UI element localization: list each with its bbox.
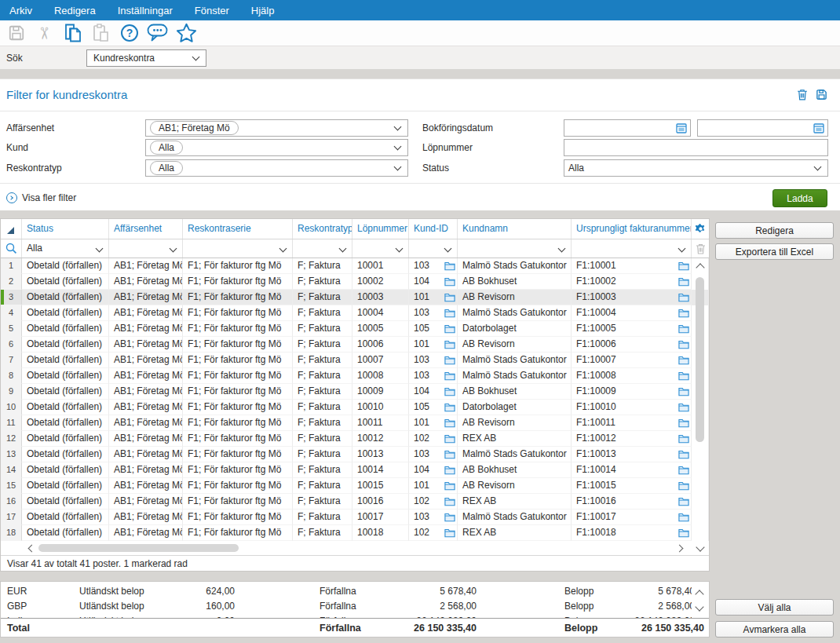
folder-icon[interactable] <box>444 480 455 491</box>
calendar-icon[interactable] <box>676 122 687 133</box>
horizontal-scrollbar-thumb[interactable] <box>38 544 239 552</box>
filter-kundnamn-select[interactable] <box>458 239 572 258</box>
menu-hjalp[interactable]: Hjälp <box>251 5 275 16</box>
table-row[interactable]: 10Obetald (förfallen)AB1; Företag MöF1; … <box>1 400 709 415</box>
scroll-up-icon[interactable] <box>696 263 704 272</box>
folder-icon[interactable] <box>678 261 689 271</box>
folder-icon[interactable] <box>444 292 455 302</box>
folder-icon[interactable] <box>444 418 455 428</box>
folder-icon[interactable] <box>678 480 689 491</box>
scroll-down-icon[interactable] <box>696 543 704 551</box>
calendar-icon[interactable] <box>813 122 824 133</box>
folder-icon[interactable] <box>678 386 689 396</box>
edit-button[interactable]: Redigera <box>715 222 834 239</box>
copy-icon[interactable] <box>61 22 85 44</box>
table-row[interactable]: 11Obetald (förfallen)AB1; Företag MöF1; … <box>1 415 709 431</box>
folder-icon[interactable] <box>444 449 455 459</box>
grid-settings-gear-icon[interactable] <box>692 219 709 239</box>
search-icon[interactable] <box>1 239 22 258</box>
export-excel-button[interactable]: Exportera till Excel <box>715 243 834 260</box>
bokforingsdatum-to-input[interactable] <box>697 119 828 137</box>
folder-icon[interactable] <box>678 308 689 318</box>
folder-icon[interactable] <box>444 512 455 522</box>
folder-icon[interactable] <box>678 496 689 506</box>
deselect-all-button[interactable]: Avmarkera alla <box>715 621 834 638</box>
save-icon[interactable] <box>5 22 28 44</box>
column-header-fakturanummer[interactable]: Ursprungligt fakturanummer <box>572 219 692 239</box>
select-all-corner[interactable] <box>1 219 22 239</box>
folder-icon[interactable] <box>678 355 689 365</box>
status-select[interactable]: Alla <box>564 159 828 177</box>
table-row[interactable]: 18Obetald (förfallen)AB1; Företag MöF1; … <box>1 525 709 541</box>
folder-icon[interactable] <box>444 386 455 396</box>
table-row[interactable]: 3Obetald (förfallen)AB1; Företag MöF1; F… <box>1 290 709 305</box>
scroll-left-icon[interactable] <box>28 545 36 553</box>
folder-icon[interactable] <box>678 371 689 381</box>
menu-fonster[interactable]: Fönster <box>195 5 229 16</box>
lopnummer-input[interactable] <box>564 139 828 156</box>
table-row[interactable]: 9Obetald (förfallen)AB1; Företag MöF1; F… <box>1 384 709 400</box>
save-filter-icon[interactable] <box>816 89 827 100</box>
folder-icon[interactable] <box>444 402 455 412</box>
table-row[interactable]: 17Obetald (förfallen)AB1; Företag MöF1; … <box>1 510 709 525</box>
clear-filter-trash-icon[interactable] <box>692 239 709 258</box>
kund-select[interactable]: Alla <box>145 139 408 156</box>
folder-icon[interactable] <box>678 276 689 287</box>
column-header-kund-id[interactable]: Kund-ID <box>409 219 458 239</box>
filter-fakturanummer-select[interactable] <box>572 239 692 258</box>
folder-icon[interactable] <box>678 323 689 334</box>
menu-arkiv[interactable]: Arkiv <box>9 5 32 16</box>
table-row[interactable]: 6Obetald (förfallen)AB1; Företag MöF1; F… <box>1 337 709 353</box>
column-header-kundnamn[interactable]: Kundnamn <box>458 219 572 239</box>
folder-icon[interactable] <box>444 496 455 506</box>
help-icon[interactable]: ? <box>118 22 141 44</box>
filter-lopnummer-select[interactable] <box>352 239 409 258</box>
table-row[interactable]: 2Obetald (förfallen)AB1; Företag MöF1; F… <box>1 274 709 290</box>
folder-icon[interactable] <box>444 355 455 365</box>
table-row[interactable]: 4Obetald (förfallen)AB1; Företag MöF1; F… <box>1 305 709 321</box>
table-row[interactable]: 1Obetald (förfallen)AB1; Företag MöF1; F… <box>1 258 709 274</box>
table-row[interactable]: 14Obetald (förfallen)AB1; Företag MöF1; … <box>1 462 709 478</box>
reskontratyp-select[interactable]: Alla <box>145 159 408 177</box>
vertical-scrollbar-thumb[interactable] <box>696 277 704 442</box>
folder-icon[interactable] <box>678 292 689 302</box>
column-header-reskontratyp[interactable]: Reskontratyp <box>293 219 352 239</box>
folder-icon[interactable] <box>444 276 455 287</box>
table-row[interactable]: 15Obetald (förfallen)AB1; Företag MöF1; … <box>1 478 709 494</box>
filter-reskontratyp-select[interactable] <box>293 239 352 258</box>
filter-reskontraserie-select[interactable] <box>183 239 293 258</box>
load-button[interactable]: Ladda <box>772 189 827 207</box>
table-row[interactable]: 5Obetald (förfallen)AB1; Företag MöF1; F… <box>1 321 709 337</box>
menu-installningar[interactable]: Inställningar <box>118 5 173 16</box>
filter-kund-id-select[interactable] <box>409 239 458 258</box>
cut-icon[interactable]: ✂ <box>33 22 57 44</box>
folder-icon[interactable] <box>678 433 689 444</box>
filter-affarsenhet-select[interactable] <box>109 239 183 258</box>
column-header-lopnummer[interactable]: Löpnummer <box>352 219 409 239</box>
folder-icon[interactable] <box>444 528 455 538</box>
folder-icon[interactable] <box>444 308 455 318</box>
folder-icon[interactable] <box>678 449 689 459</box>
comments-icon[interactable] <box>146 22 170 44</box>
table-row[interactable]: 7Obetald (förfallen)AB1; Företag MöF1; F… <box>1 353 709 368</box>
select-all-button[interactable]: Välj alla <box>715 599 834 616</box>
folder-icon[interactable] <box>678 339 689 349</box>
table-row[interactable]: 8Obetald (förfallen)AB1; Företag MöF1; F… <box>1 368 709 384</box>
horizontal-scrollbar[interactable] <box>1 541 709 556</box>
summary-scroll-up-icon[interactable] <box>695 590 703 598</box>
delete-filter-icon[interactable] <box>797 89 808 100</box>
bokforingsdatum-from-input[interactable] <box>564 119 691 137</box>
show-more-filters-link[interactable]: Visa fler filter <box>6 192 76 203</box>
folder-icon[interactable] <box>678 418 689 428</box>
folder-icon[interactable] <box>444 465 455 475</box>
folder-icon[interactable] <box>444 323 455 334</box>
column-header-status[interactable]: Status <box>22 219 109 239</box>
folder-icon[interactable] <box>444 433 455 444</box>
affarsenhet-select[interactable]: AB1; Företag Mö <box>145 119 408 137</box>
folder-icon[interactable] <box>678 402 689 412</box>
favorite-star-icon[interactable] <box>174 22 198 44</box>
column-header-affarsenhet[interactable]: Affärsenhet <box>109 219 183 239</box>
folder-icon[interactable] <box>444 371 455 381</box>
table-row[interactable]: 12Obetald (förfallen)AB1; Företag MöF1; … <box>1 431 709 447</box>
scroll-right-icon[interactable] <box>676 545 684 553</box>
